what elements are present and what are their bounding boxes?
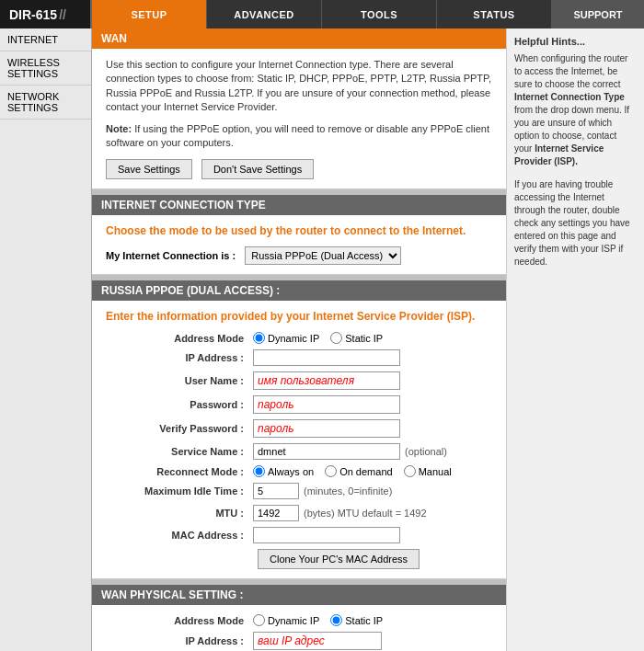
pppoe-service-input[interactable]	[253, 443, 400, 460]
reconnect-on-demand[interactable]: On demand	[325, 465, 392, 477]
pppoe-mac-row: MAC Address :	[106, 527, 492, 543]
physical-static-ip-label: Static IP	[345, 615, 383, 626]
pppoe-idle-time-input[interactable]	[253, 483, 299, 499]
wan-description-section: Use this section to configure your Inter…	[92, 49, 506, 189]
wan-btn-row: Save Settings Don't Save Settings	[106, 159, 492, 179]
help-text1b: Internet Connection Type	[514, 92, 625, 102]
pppoe-mtu-input[interactable]	[253, 505, 299, 521]
tab-setup[interactable]: SETUP	[92, 0, 207, 29]
sidebar-item-internet[interactable]: INTERNET	[0, 29, 91, 51]
clone-mac-row: Clone Your PC's MAC Address	[258, 549, 492, 569]
physical-ip-row: IP Address :	[106, 632, 492, 650]
pppoe-service-label: Service Name :	[106, 446, 253, 457]
help-text1: When configuring the router to access th…	[514, 52, 637, 168]
pppoe-static-ip-label: Static IP	[345, 333, 383, 344]
reconnect-always-on[interactable]: Always on	[253, 465, 314, 477]
physical-address-mode-row: Address Mode Dynamic IP Static IP	[106, 614, 492, 626]
help-text1a: When configuring the router to access th…	[514, 53, 627, 89]
help-title: Helpful Hints...	[514, 36, 637, 47]
pppoe-username-input[interactable]	[253, 371, 400, 390]
tab-advanced[interactable]: ADVANCED	[207, 0, 322, 29]
save-settings-button[interactable]: Save Settings	[106, 159, 192, 179]
pppoe-verify-password-row: Verify Password :	[106, 419, 492, 438]
pppoe-mtu-row: MTU : (bytes) MTU default = 1492	[106, 505, 492, 521]
pppoe-ip-input[interactable]	[253, 349, 400, 366]
tab-status[interactable]: STATUS	[437, 0, 552, 29]
pppoe-section: Enter the information provided by your I…	[92, 301, 506, 579]
reconnect-always-on-label: Always on	[268, 466, 314, 477]
conn-type-label: My Internet Connection is :	[106, 250, 236, 261]
tab-tools[interactable]: TOOLS	[322, 0, 437, 29]
logo-text: DIR-615	[9, 7, 57, 22]
conn-type-title: Choose the mode to be used by the router…	[106, 224, 492, 237]
physical-static-ip[interactable]: Static IP	[330, 614, 383, 626]
wan-section-header: WAN	[92, 29, 506, 49]
pppoe-mtu-hint: (bytes) MTU default = 1492	[304, 508, 427, 519]
content-area: WAN Use this section to configure your I…	[92, 29, 506, 651]
reconnect-manual-label: Manual	[419, 466, 452, 477]
tab-support[interactable]: SUPPORT	[552, 0, 644, 29]
logo-slash: //	[59, 7, 66, 22]
pppoe-password-row: Password :	[106, 395, 492, 414]
pppoe-idle-time-label: Maximum Idle Time :	[106, 485, 253, 497]
pppoe-reconnect-row: Reconnect Mode : Always on On demand Man…	[106, 465, 492, 477]
pppoe-reconnect-radios: Always on On demand Manual	[253, 465, 452, 477]
pppoe-idle-time-hint: (minutes, 0=infinite)	[304, 485, 392, 497]
sidebar: INTERNET WIRELESS SETTINGS NETWORK SETTI…	[0, 29, 92, 651]
pppoe-reconnect-label: Reconnect Mode :	[106, 466, 253, 477]
pppoe-service-hint: (optional)	[405, 446, 447, 457]
conn-type-section-header: INTERNET CONNECTION TYPE	[92, 195, 506, 215]
pppoe-username-label: User Name :	[106, 375, 253, 386]
physical-ip-input[interactable]	[253, 632, 382, 650]
pppoe-section-header: RUSSIA PPPOE (DUAL ACCESS) :	[92, 280, 506, 301]
pppoe-username-row: User Name :	[106, 371, 492, 390]
dont-save-settings-button[interactable]: Don't Save Settings	[201, 159, 314, 179]
wan-physical-section-header: WAN PHYSICAL SETTING :	[92, 585, 506, 605]
conn-type-row: My Internet Connection is : Russia PPPoE…	[106, 246, 492, 265]
pppoe-password-label: Password :	[106, 399, 253, 410]
reconnect-on-demand-label: On demand	[339, 466, 392, 477]
pppoe-idle-time-row: Maximum Idle Time : (minutes, 0=infinite…	[106, 483, 492, 499]
pppoe-static-ip-option[interactable]: Static IP	[330, 332, 383, 344]
physical-ip-label: IP Address :	[106, 635, 253, 646]
physical-address-mode-label: Address Mode	[106, 615, 253, 626]
pppoe-password-input[interactable]	[253, 395, 400, 414]
pppoe-address-mode-label: Address Mode	[106, 333, 253, 344]
pppoe-mtu-label: MTU :	[106, 508, 253, 519]
pppoe-dynamic-ip-option[interactable]: Dynamic IP	[253, 332, 319, 344]
nav-tabs: SETUP ADVANCED TOOLS STATUS	[92, 0, 552, 29]
wan-physical-section: Address Mode Dynamic IP Static IP IP Add…	[92, 605, 506, 651]
physical-dynamic-ip[interactable]: Dynamic IP	[253, 614, 319, 626]
help-panel: Helpful Hints... When configuring the ro…	[506, 29, 644, 651]
wan-desc: Use this section to configure your Inter…	[106, 58, 492, 115]
sidebar-item-wireless[interactable]: WIRELESS SETTINGS	[0, 51, 91, 86]
physical-dynamic-ip-label: Dynamic IP	[268, 615, 319, 626]
physical-address-mode-radios: Dynamic IP Static IP	[253, 614, 383, 626]
pppoe-dynamic-ip-label: Dynamic IP	[268, 333, 319, 344]
pppoe-address-mode-radios: Dynamic IP Static IP	[253, 332, 383, 344]
wan-note-prefix: Note:	[106, 123, 132, 134]
pppoe-title: Enter the information provided by your I…	[106, 310, 492, 323]
pppoe-verify-password-label: Verify Password :	[106, 423, 253, 434]
pppoe-mac-label: MAC Address :	[106, 530, 253, 541]
reconnect-manual[interactable]: Manual	[404, 465, 452, 477]
logo: DIR-615 //	[0, 0, 92, 29]
conn-type-section: Choose the mode to be used by the router…	[92, 215, 506, 275]
connection-type-select[interactable]: Russia PPPoE (Dual Access)	[245, 246, 401, 265]
help-text2: If you are having trouble accessing the …	[514, 178, 637, 268]
pppoe-verify-password-input[interactable]	[253, 419, 400, 438]
pppoe-service-row: Service Name : (optional)	[106, 443, 492, 460]
pppoe-ip-label: IP Address :	[106, 352, 253, 363]
main-layout: INTERNET WIRELESS SETTINGS NETWORK SETTI…	[0, 29, 644, 651]
clone-mac-button[interactable]: Clone Your PC's MAC Address	[258, 549, 420, 569]
header: DIR-615 // SETUP ADVANCED TOOLS STATUS S…	[0, 0, 644, 29]
pppoe-ip-row: IP Address :	[106, 349, 492, 366]
pppoe-mac-input[interactable]	[253, 527, 400, 543]
wan-note: Note: If using the PPPoE option, you wil…	[106, 122, 492, 151]
pppoe-address-mode-row: Address Mode Dynamic IP Static IP	[106, 332, 492, 344]
wan-note-text: If using the PPPoE option, you will need…	[106, 123, 489, 148]
sidebar-item-network[interactable]: NETWORK SETTINGS	[0, 86, 91, 120]
